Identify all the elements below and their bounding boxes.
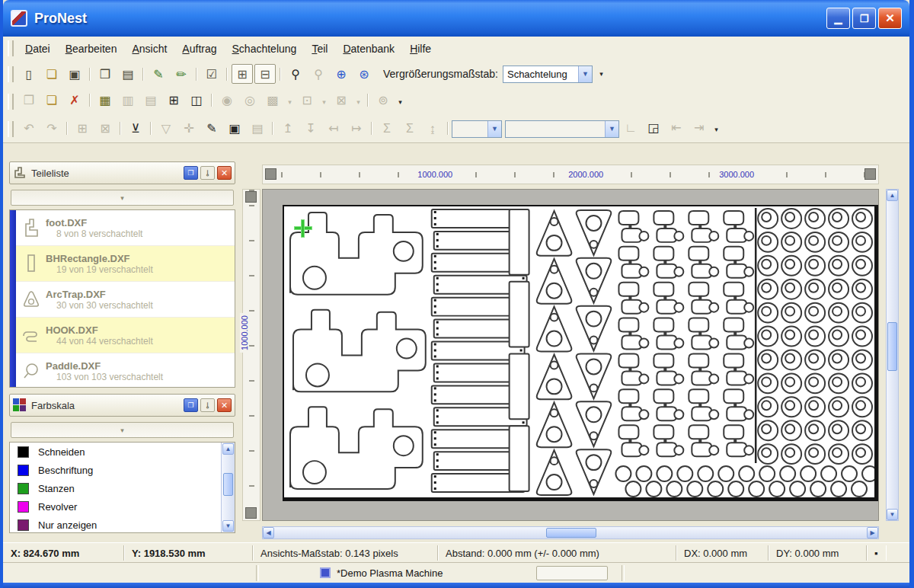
- part-list-item-arctrap[interactable]: ArcTrap.DXF 30 von 30 verschachtelt: [10, 282, 235, 318]
- toolbar-combo-large[interactable]: ▼: [505, 120, 619, 138]
- part-list-item-paddle[interactable]: Paddle.DXF 103 von 103 verschachtelt: [10, 353, 235, 388]
- more-button[interactable]: ▾: [711, 120, 721, 139]
- color-item-nur-anzeigen[interactable]: Nur anzeigen: [10, 516, 235, 533]
- nest-drawing[interactable]: [284, 206, 874, 497]
- menu-ansicht[interactable]: Ansicht: [124, 40, 174, 58]
- toolbar-grip[interactable]: [8, 66, 14, 82]
- vertical-scrollbar[interactable]: ▲ ▼: [886, 189, 899, 521]
- drop-part-button[interactable]: ⊻: [125, 119, 146, 139]
- open-button[interactable]: ❏: [41, 64, 62, 84]
- nest-viewport[interactable]: [262, 189, 879, 521]
- filter-button: ▽: [155, 119, 177, 139]
- nest-workspace: 1000.000 2000.000 3000.000 1000.000: [239, 161, 902, 541]
- menu-grip[interactable]: [8, 40, 14, 56]
- menu-auftrag[interactable]: Auftrag: [174, 40, 224, 58]
- record-nest-button[interactable]: ▣: [224, 119, 245, 139]
- zoom-extents-button[interactable]: ⊛: [353, 64, 375, 84]
- scroll-down-icon[interactable]: ▼: [887, 509, 898, 520]
- save-button[interactable]: ▣: [64, 64, 85, 84]
- scroll-thumb[interactable]: [887, 322, 897, 371]
- machine-progress-field: [536, 566, 608, 580]
- part-list-item-foot[interactable]: foot.DXF 8 von 8 verschachtelt: [10, 210, 235, 246]
- new-button[interactable]: ▯: [18, 64, 40, 84]
- sequence-prev-button: ⇤: [666, 118, 687, 138]
- plate-sheet[interactable]: [283, 205, 878, 501]
- menu-hilfe[interactable]: Hilfe: [402, 40, 439, 58]
- part-status: 44 von 44 verschachtelt: [56, 336, 153, 347]
- toolbar-separator: [89, 94, 91, 107]
- bump-up-button: ↥: [277, 119, 299, 139]
- view-plate-button[interactable]: ◲: [643, 118, 664, 138]
- toolbar-options-button[interactable]: ▾: [596, 64, 606, 84]
- colors-filter-bar[interactable]: ▾: [11, 422, 234, 438]
- redo-button: ↷: [41, 119, 62, 139]
- close-button[interactable]: ✕: [878, 8, 902, 29]
- edit-plate-button[interactable]: ✎: [148, 64, 169, 84]
- color-item-beschriftung[interactable]: Beschriftung: [10, 461, 235, 479]
- menu-datei[interactable]: Datei: [18, 40, 58, 58]
- zoom-button[interactable]: ⚲: [285, 64, 306, 84]
- parts-panel-close-button[interactable]: ✕: [217, 166, 232, 180]
- zoom-scale-select[interactable]: Schachtelung ▼: [503, 66, 593, 83]
- edit-nest-button[interactable]: ✎: [201, 119, 222, 139]
- part-list-item-hook[interactable]: HOOK.DXF 44 von 44 verschachtelt: [10, 318, 235, 353]
- toolbar-separator: [367, 94, 369, 107]
- show-sheet-button[interactable]: ◫: [186, 91, 207, 110]
- colors-panel-close-button[interactable]: ✕: [217, 398, 232, 412]
- part-list-item-bhrectangle[interactable]: BHRectangle.DXF 19 von 19 verschachtelt: [10, 246, 235, 282]
- parts-panel-toggle-button[interactable]: ⊞: [232, 64, 253, 84]
- chevron-down-icon[interactable]: ▼: [605, 121, 618, 137]
- parts-panel-title: Teileliste: [31, 168, 181, 179]
- toolbar-grip[interactable]: [8, 94, 14, 110]
- ruler-handle[interactable]: [864, 168, 876, 180]
- scroll-up-icon[interactable]: ▲: [222, 443, 234, 455]
- ruler-handle[interactable]: [245, 507, 257, 519]
- toolbar-combo-small[interactable]: ▼: [452, 120, 502, 138]
- print-button[interactable]: ❒: [94, 64, 116, 84]
- maximize-button[interactable]: ❐: [852, 8, 876, 29]
- edit-part-button[interactable]: ✏: [171, 64, 192, 84]
- color-item-stanzen[interactable]: Stanzen: [10, 479, 235, 497]
- auto-nest-menu-button[interactable]: ▾: [395, 92, 405, 112]
- pin-icon[interactable]: ⊸: [200, 166, 215, 180]
- machine-status-icon: [320, 567, 331, 578]
- color-item-revolver[interactable]: Revolver: [10, 497, 235, 516]
- print-preview-button[interactable]: ▤: [117, 64, 139, 84]
- zoom-in-button[interactable]: ⊕: [331, 64, 352, 84]
- menu-datenbank[interactable]: Datenbank: [335, 40, 402, 58]
- menu-schachtelung[interactable]: Schachtelung: [225, 40, 305, 58]
- toolbar-grip[interactable]: [8, 121, 14, 137]
- colors-panel-header: Farbskala ❐ ⊸ ✕: [9, 394, 235, 417]
- colors-panel-menu-button[interactable]: ❐: [184, 398, 198, 412]
- chevron-down-icon[interactable]: ▼: [578, 66, 592, 82]
- ruler-handle[interactable]: [245, 191, 257, 203]
- color-label: Beschriftung: [38, 465, 93, 476]
- show-plate-button[interactable]: ▦: [94, 91, 116, 110]
- minimize-button[interactable]: ▁: [826, 8, 850, 29]
- job-setup-button[interactable]: ☑: [201, 64, 222, 84]
- delete-plate-button[interactable]: ✗: [64, 91, 85, 110]
- status-scale: Ansichts-Maßstab: 0.143 pixels: [253, 545, 438, 561]
- scroll-thumb[interactable]: [223, 473, 233, 496]
- chevron-down-icon[interactable]: ▼: [487, 121, 501, 137]
- scroll-left-icon[interactable]: ◀: [263, 527, 274, 538]
- parts-panel-menu-button[interactable]: ❐: [184, 166, 198, 180]
- menu-teil[interactable]: Teil: [304, 40, 335, 58]
- color-item-schneiden[interactable]: Schneiden: [10, 443, 235, 461]
- pin-icon[interactable]: ⊸: [200, 398, 215, 412]
- parts-filter-bar[interactable]: ▾: [11, 190, 234, 206]
- machine-name[interactable]: *Demo Plasma Machine: [337, 567, 443, 579]
- scroll-up-icon[interactable]: ▲: [887, 190, 898, 201]
- horizontal-scrollbar[interactable]: ◀ ▶: [262, 526, 879, 539]
- sheets-panel-toggle-button[interactable]: ⊟: [254, 64, 276, 84]
- scroll-down-icon[interactable]: ▼: [222, 520, 234, 532]
- scroll-thumb[interactable]: [546, 528, 596, 538]
- copy-plate-button[interactable]: ❏: [41, 91, 62, 110]
- scroll-right-icon[interactable]: ▶: [867, 527, 878, 538]
- collision-check-button[interactable]: ⊞: [163, 91, 184, 110]
- ruler-handle[interactable]: [265, 168, 276, 180]
- menu-bearbeiten[interactable]: Bearbeiten: [58, 40, 125, 58]
- color-list-scrollbar[interactable]: ▲ ▼: [221, 443, 235, 532]
- toolbar-separator: [120, 122, 121, 135]
- color-label: Stanzen: [38, 483, 75, 494]
